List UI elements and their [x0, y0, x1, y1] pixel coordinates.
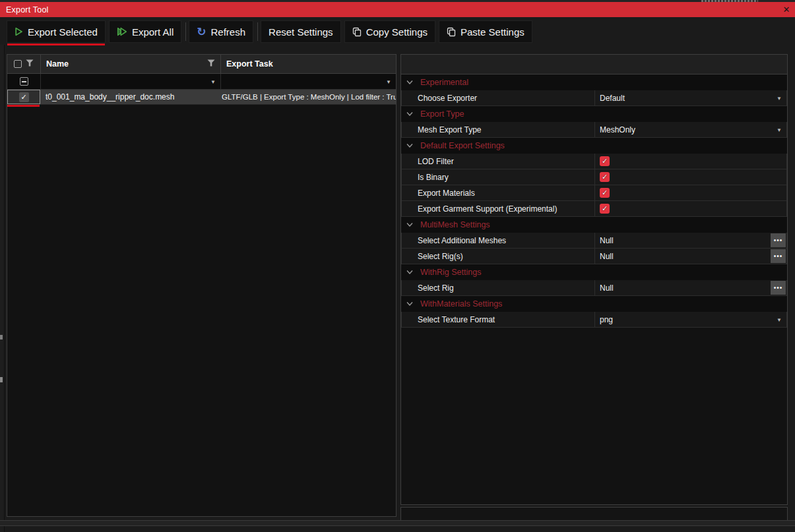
- section-label: WithRig Settings: [420, 268, 481, 277]
- select-all-checkbox[interactable]: [14, 60, 22, 68]
- table-row[interactable]: ✓ t0_001_ma_body__ripper_doc.mesh GLTF/G…: [7, 90, 396, 105]
- lod-filter-value-cell: ✓: [594, 154, 786, 169]
- column-header-name[interactable]: Name: [40, 55, 220, 73]
- section-label: Export Type: [420, 109, 464, 119]
- paste-settings-label: Paste Settings: [461, 26, 525, 38]
- export-selected-button[interactable]: Export Selected: [7, 20, 106, 43]
- select-rigs-picker[interactable]: Null •••: [594, 249, 786, 264]
- background-window-fragment: [0, 335, 3, 340]
- browse-ellipsis-button[interactable]: •••: [771, 281, 786, 295]
- property-value: Default: [600, 94, 625, 103]
- section-label: Default Export Settings: [420, 141, 505, 150]
- copy-icon: [352, 27, 362, 37]
- close-icon[interactable]: ✕: [778, 2, 795, 17]
- section-header-export-type[interactable]: Export Type: [401, 106, 787, 122]
- export-selected-label: Export Selected: [28, 26, 98, 38]
- property-label: Choose Exporter: [402, 94, 594, 103]
- copy-settings-label: Copy Settings: [366, 26, 428, 38]
- row-name-cell[interactable]: t0_001_ma_body__ripper_doc.mesh: [40, 90, 220, 104]
- property-label: Mesh Export Type: [402, 125, 594, 134]
- reset-settings-button[interactable]: Reset Settings: [261, 20, 341, 43]
- row-export-task-cell[interactable]: GLTF/GLB | Export Type : MeshOnly | Lod …: [220, 90, 396, 104]
- browse-ellipsis-button[interactable]: •••: [771, 249, 786, 263]
- section-header-withrig-settings[interactable]: WithRig Settings: [401, 264, 787, 280]
- property-label: Select Rig(s): [402, 252, 594, 261]
- select-texture-format-dropdown[interactable]: png ▼: [594, 312, 786, 327]
- toolbar-separator: [185, 22, 186, 41]
- name-column-label: Name: [46, 59, 69, 69]
- chevron-down-icon: ▼: [386, 78, 391, 84]
- export-all-button[interactable]: Export All: [109, 20, 181, 43]
- export-all-label: Export All: [132, 26, 174, 38]
- section-header-multimesh-settings[interactable]: MultiMesh Settings: [401, 217, 787, 233]
- name-filter-icon[interactable]: [207, 59, 215, 69]
- export-task-column-label: Export Task: [226, 59, 273, 69]
- property-description-box: [400, 507, 788, 521]
- lod-filter-checkbox[interactable]: ✓: [600, 156, 610, 166]
- window-bottom-strip: [0, 520, 795, 526]
- filter-check-cell[interactable]: [7, 74, 40, 89]
- property-label: Export Garment Support (Experimental): [402, 204, 594, 214]
- toolbar-separator: [257, 22, 258, 41]
- choose-exporter-dropdown[interactable]: Default ▼: [594, 90, 786, 105]
- row-check-cell[interactable]: ✓: [7, 90, 40, 104]
- section-header-default-export-settings[interactable]: Default Export Settings: [401, 138, 787, 154]
- section-header-withmaterials-settings[interactable]: WithMaterials Settings: [401, 296, 787, 312]
- export-settings-property-grid: Experimental Choose Exporter Default ▼ E…: [400, 54, 788, 505]
- row-checkbox-checked[interactable]: ✓: [19, 92, 29, 102]
- name-filter-dropdown[interactable]: ▼: [40, 74, 220, 89]
- selected-row-red-indicator: [7, 105, 40, 107]
- property-label: Select Texture Format: [402, 315, 594, 324]
- property-label: Export Materials: [402, 189, 594, 198]
- select-all-header-cell[interactable]: [7, 55, 40, 73]
- property-label: LOD Filter: [402, 157, 594, 166]
- export-items-grid: Name Export Task ▼ ▼ ✓ t0_001_ma_body__r…: [7, 54, 397, 517]
- toolbar: Export Selected Export All ↻ Refresh Res…: [7, 20, 536, 43]
- window-title: Export Tool: [0, 5, 49, 15]
- property-row: Select Rig Null •••: [401, 280, 787, 296]
- export-materials-checkbox[interactable]: ✓: [600, 188, 610, 198]
- property-row: Select Additional Meshes Null •••: [401, 233, 787, 249]
- double-play-icon: [117, 27, 127, 36]
- property-row: Select Texture Format png ▼: [401, 312, 787, 328]
- is-binary-checkbox[interactable]: ✓: [600, 172, 610, 182]
- section-header-experimental[interactable]: Experimental: [401, 74, 787, 90]
- refresh-label: Refresh: [211, 26, 246, 38]
- column-header-export-task[interactable]: Export Task: [220, 55, 396, 73]
- property-row: Choose Exporter Default ▼: [401, 90, 787, 106]
- browse-ellipsis-button[interactable]: •••: [771, 233, 786, 247]
- property-value: Null: [600, 252, 614, 261]
- select-rig-picker[interactable]: Null •••: [594, 280, 786, 295]
- section-label: MultiMesh Settings: [420, 220, 490, 229]
- chevron-down-icon: ▼: [210, 78, 216, 84]
- background-window-left-edge: [0, 45, 5, 532]
- property-value: Null: [600, 236, 614, 245]
- paste-icon: [447, 27, 456, 37]
- filter-row: ▼ ▼: [7, 74, 396, 90]
- refresh-icon: ↻: [197, 26, 206, 38]
- export-garment-support-checkbox[interactable]: ✓: [600, 204, 610, 214]
- chevron-down-icon: [406, 111, 413, 117]
- play-icon: [15, 27, 23, 36]
- copy-settings-button[interactable]: Copy Settings: [344, 20, 435, 43]
- indeterminate-checkbox-icon[interactable]: [20, 77, 28, 86]
- chevron-down-icon: [406, 222, 413, 227]
- refresh-button[interactable]: ↻ Refresh: [189, 20, 253, 43]
- section-label: Experimental: [420, 78, 468, 87]
- is-binary-value-cell: ✓: [594, 169, 786, 185]
- property-value: MeshOnly: [600, 125, 635, 134]
- chevron-down-icon: [406, 270, 413, 275]
- background-window-fragment: [0, 377, 3, 382]
- property-row: Is Binary ✓: [401, 169, 787, 185]
- task-filter-dropdown[interactable]: ▼: [220, 74, 396, 89]
- select-additional-meshes-picker[interactable]: Null •••: [594, 233, 786, 248]
- property-row: Export Garment Support (Experimental) ✓: [401, 201, 787, 217]
- property-value: Null: [600, 283, 614, 293]
- export-garment-support-value-cell: ✓: [594, 201, 786, 216]
- property-row: Export Materials ✓: [401, 185, 787, 201]
- mesh-export-type-dropdown[interactable]: MeshOnly ▼: [594, 122, 786, 137]
- section-label: WithMaterials Settings: [420, 299, 502, 309]
- title-bar[interactable]: Export Tool ✕: [0, 2, 795, 17]
- paste-settings-button[interactable]: Paste Settings: [439, 20, 532, 43]
- filter-icon[interactable]: [26, 59, 34, 69]
